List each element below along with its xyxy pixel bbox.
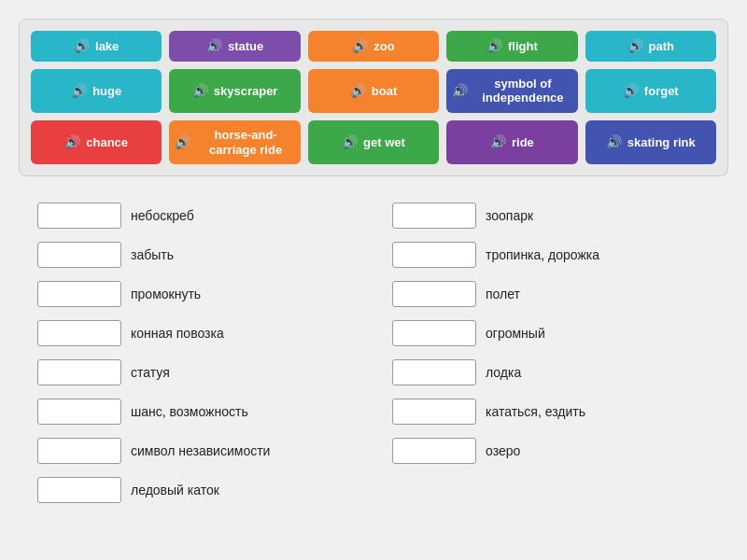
word-btn-path[interactable]: 🔊path — [585, 31, 716, 62]
match-input-box[interactable] — [392, 242, 476, 268]
speaker-icon: 🔊 — [606, 134, 622, 150]
match-row: полет — [392, 277, 710, 311]
match-label: озеро — [486, 442, 520, 459]
word-btn-statue[interactable]: 🔊statue — [169, 31, 300, 62]
match-label: полет — [486, 286, 520, 302]
match-row: кататься, ездить — [392, 395, 710, 428]
match-row: забыть — [37, 238, 355, 272]
word-bank: 🔊lake🔊statue🔊zoo🔊flight🔊path🔊huge🔊skyscr… — [19, 19, 728, 176]
speaker-icon: 🔊 — [175, 134, 190, 150]
word-btn-skatingrink[interactable]: 🔊skating rink — [585, 120, 716, 164]
word-btn-ride[interactable]: 🔊ride — [446, 120, 577, 164]
speaker-icon: 🔊 — [74, 38, 90, 54]
match-row: зоопарк — [392, 199, 710, 232]
match-input-box[interactable] — [392, 359, 476, 385]
word-btn-forget[interactable]: 🔊forget — [585, 69, 716, 113]
match-input-box[interactable] — [392, 203, 476, 229]
match-col-left: небоскребзабытьпромокнутьконная повозкас… — [37, 199, 355, 507]
match-input-box[interactable] — [37, 477, 121, 503]
match-col-right: зоопарктропинка, дорожкаполетогромныйлод… — [392, 199, 710, 507]
match-input-box[interactable] — [392, 438, 476, 464]
speaker-icon: 🔊 — [623, 83, 639, 99]
word-btn-label: skating rink — [627, 135, 696, 150]
speaker-icon: 🔊 — [627, 38, 643, 54]
match-label: промокнуть — [131, 286, 201, 302]
match-row: лодка — [392, 356, 710, 389]
word-btn-boat[interactable]: 🔊boat — [308, 69, 439, 113]
word-btn-label: ride — [512, 135, 534, 150]
match-input-box[interactable] — [392, 281, 476, 307]
match-row: огромный — [392, 316, 710, 350]
match-label: шанс, возможность — [131, 403, 248, 420]
match-label: зоопарк — [486, 207, 533, 224]
word-btn-label: symbol of independence — [473, 77, 571, 105]
match-label: небоскреб — [131, 207, 194, 224]
match-input-box[interactable] — [37, 320, 121, 346]
match-input-box[interactable] — [392, 399, 476, 425]
word-btn-label: path — [649, 39, 674, 54]
word-btn-flight[interactable]: 🔊flight — [446, 31, 577, 62]
speaker-icon: 🔊 — [452, 83, 468, 99]
speaker-icon: 🔊 — [71, 83, 87, 99]
match-row: озеро — [392, 434, 710, 468]
speaker-icon: 🔊 — [342, 134, 358, 150]
match-label: кататься, ездить — [486, 403, 585, 420]
speaker-icon: 🔊 — [490, 134, 506, 150]
word-btn-label: boat — [372, 84, 397, 99]
word-btn-label: statue — [228, 39, 263, 54]
match-row: конная повозка — [37, 316, 355, 350]
match-row: шанс, возможность — [37, 395, 355, 428]
match-row: промокнуть — [37, 277, 355, 311]
match-input-box[interactable] — [37, 242, 121, 268]
match-input-box[interactable] — [37, 359, 121, 385]
match-input-box[interactable] — [37, 438, 121, 464]
word-btn-label: horse-and-carriage ride — [196, 128, 294, 157]
match-label: символ независимости — [131, 442, 270, 459]
match-input-box[interactable] — [37, 281, 121, 307]
word-btn-lake[interactable]: 🔊lake — [31, 31, 162, 62]
match-label: лодка — [486, 364, 521, 381]
match-input-box[interactable] — [37, 203, 121, 229]
speaker-icon: 🔊 — [350, 83, 366, 99]
match-label: конная повозка — [131, 325, 224, 342]
word-btn-label: get wet — [363, 135, 405, 150]
word-btn-label: forget — [644, 84, 679, 99]
match-row: статуя — [37, 356, 355, 389]
match-label: огромный — [486, 325, 545, 342]
word-btn-huge[interactable]: 🔊huge — [31, 69, 162, 113]
match-label: статуя — [131, 364, 170, 381]
word-btn-getwet[interactable]: 🔊get wet — [308, 120, 439, 164]
match-label: ледовый каток — [131, 482, 219, 498]
word-btn-label: zoo — [374, 39, 394, 54]
word-btn-zoo[interactable]: 🔊zoo — [308, 31, 439, 62]
speaker-icon: 🔊 — [64, 134, 80, 150]
match-row: ледовый каток — [37, 473, 355, 507]
match-label: тропинка, дорожка — [486, 246, 599, 263]
speaker-icon: 🔊 — [352, 38, 368, 54]
match-input-box[interactable] — [37, 399, 121, 425]
word-btn-label: huge — [92, 84, 121, 99]
word-btn-label: chance — [86, 135, 128, 150]
word-btn-symbol[interactable]: 🔊symbol of independence — [446, 69, 577, 113]
word-btn-chance[interactable]: 🔊chance — [31, 120, 162, 164]
match-row: небоскреб — [37, 199, 355, 232]
word-btn-horse[interactable]: 🔊horse-and-carriage ride — [169, 120, 300, 164]
match-area: небоскребзабытьпромокнутьконная повозкас… — [19, 199, 728, 507]
speaker-icon: 🔊 — [486, 38, 502, 54]
word-btn-skyscraper[interactable]: 🔊skyscraper — [169, 69, 300, 113]
speaker-icon: 🔊 — [206, 38, 222, 54]
speaker-icon: 🔊 — [192, 83, 208, 99]
word-btn-label: flight — [508, 39, 538, 54]
word-btn-label: skyscraper — [214, 84, 278, 99]
match-row: символ независимости — [37, 434, 355, 468]
word-btn-label: lake — [95, 39, 119, 54]
match-row: тропинка, дорожка — [392, 238, 710, 272]
match-label: забыть — [131, 246, 174, 263]
match-input-box[interactable] — [392, 320, 476, 346]
